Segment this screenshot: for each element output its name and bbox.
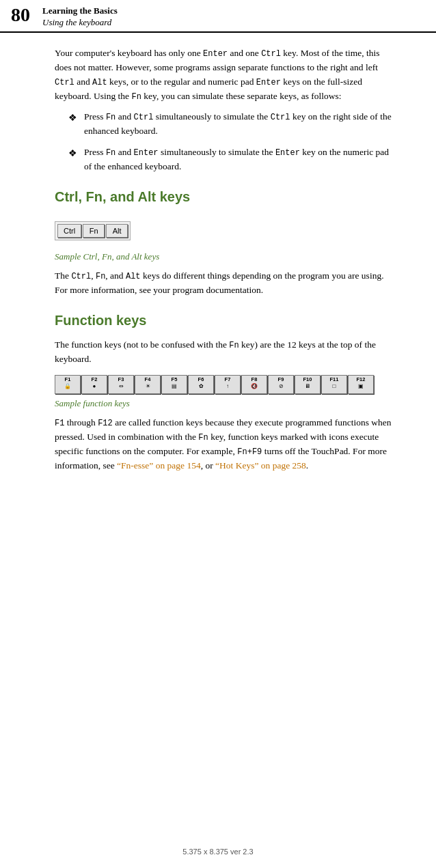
function-keys-caption: Sample function keys [55,398,395,409]
header-text: Learning the Basics Using the keyboard [42,5,118,29]
function-keys-intro: The function keys (not to be confused wi… [55,338,395,367]
page-footer: 5.375 x 8.375 ver 2.3 [0,848,436,856]
fkey-f9-label: F9 [278,377,284,382]
body-between: , or [201,460,215,471]
key-alt-inline: Alt [92,78,107,87]
ctrl-key-box: Ctrl [57,224,81,238]
fkey-f11: F11 □ [321,375,347,394]
ctrl-fn-alt-keys: Ctrl Fn Alt [55,221,131,240]
ctrl-key-1: Ctrl [134,113,154,122]
f1-text: F1 [55,419,64,428]
hot-keys-link[interactable]: “Hot Keys” on page 258 [215,460,306,471]
bullet-text-2: Press Fn and Enter simultaneously to sim… [84,145,395,174]
fkey-f9-icon: ⊘ [279,383,284,389]
fkey-f8-label: F8 [251,377,258,382]
body-after: . [306,460,308,471]
bullet-diamond-1: ❖ [68,111,77,126]
fkey-f10-icon: 🖥 [305,383,310,389]
fkey-f12: F12 ▣ [348,375,374,394]
fkey-f1: F1 🔒 [55,375,81,394]
fkey-f3-icon: ⇔ [119,383,124,389]
key-ctrl-inline2: Ctrl [55,78,74,87]
enter-key-1: Enter [134,148,159,158]
footer-text: 5.375 x 8.375 ver 2.3 [182,848,253,856]
ctrl-fn-alt-body: The Ctrl, Fn, and Alt keys do different … [55,269,395,298]
bullet-diamond-2: ❖ [68,146,77,161]
fn-text: Fn [96,272,105,281]
f12-text: F12 [98,419,113,428]
ctrl-key-2: Ctrl [271,113,290,122]
fkey-f4-label: F4 [145,377,151,382]
fkey-f5-label: F5 [172,377,178,382]
fkey-f2-icon: ● [93,383,96,389]
fn-key-1: Fn [106,113,115,122]
ctrl-text: Ctrl [71,272,91,281]
key-enter-inline2: Enter [256,78,281,87]
list-item: ❖ Press Fn and Ctrl simultaneously to si… [68,110,395,139]
key-ctrl-inline: Ctrl [261,49,281,59]
fkey-f6: F6 ✿ [188,375,214,394]
page-header: 80 Learning the Basics Using the keyboar… [0,0,436,33]
fkey-f7: F7 ↑ [215,375,241,394]
ctrl-fn-alt-graphic: Ctrl Fn Alt [55,214,395,247]
fkey-f1-label: F1 [65,377,71,382]
header-chapter: Learning the Basics [42,5,118,17]
key-fn-inline: Fn [131,92,141,102]
fkey-f9: F9 ⊘ [268,375,294,394]
fkey-f7-label: F7 [225,377,231,382]
fn-text-2: Fn [229,341,239,350]
fkey-f3: F3 ⇔ [108,375,134,394]
fkey-f6-icon: ✿ [199,383,204,389]
fkey-f3-label: F3 [118,377,124,382]
function-keys-heading: Function keys [55,313,395,328]
fkey-f8-icon: 🔇 [251,383,258,389]
fkey-f8: F8 🔇 [241,375,267,394]
fkey-f4-icon: ☀ [146,383,150,389]
alt-key-box: Alt [106,224,128,238]
fkey-f7-icon: ↑ [226,383,229,389]
fn-esse-link[interactable]: “Fn-esse” on page 154 [117,460,201,471]
page-container: 80 Learning the Basics Using the keyboar… [0,0,436,868]
fn-text-3: Fn [198,433,208,443]
enter-key-2: Enter [275,148,300,158]
ctrl-fn-alt-caption: Sample Ctrl, Fn, and Alt keys [55,251,395,262]
function-keys-body: F1 through F12 are called function keys … [55,416,395,473]
function-keys-graphic: F1 🔒 F2 ● F3 ⇔ F4 ☀ F5 ▤ F6 ✿ [55,375,395,394]
ctrl-fn-alt-heading: Ctrl, Fn, and Alt keys [55,189,395,205]
fn-key-2: Fn [106,148,115,158]
list-item: ❖ Press Fn and Enter simultaneously to s… [68,145,395,174]
fkey-f2-label: F2 [92,377,98,382]
bullet-text-1: Press Fn and Ctrl simultaneously to simu… [84,110,395,139]
fn-key-box: Fn [83,224,105,238]
fkey-f5: F5 ▤ [161,375,187,394]
fkey-f11-label: F11 [330,377,339,382]
fn-f9-text: Fn+F9 [237,447,262,457]
bullet-list: ❖ Press Fn and Ctrl simultaneously to si… [68,110,395,174]
page-number: 80 [11,5,30,25]
fkey-f10-label: F10 [303,377,312,382]
fkey-f12-label: F12 [357,377,366,382]
fkey-f11-icon: □ [333,383,336,389]
intro-paragraph: Your computer's keyboard has only one En… [55,46,395,104]
fkey-f4: F4 ☀ [135,375,161,394]
fkey-f1-icon: 🔒 [64,383,71,389]
fkey-f12-icon: ▣ [358,383,364,389]
fkey-f6-label: F6 [198,377,204,382]
header-section: Using the keyboard [42,17,118,29]
alt-text: Alt [126,272,141,281]
content-area: Your computer's keyboard has only one En… [0,33,436,494]
fkey-f10: F10 🖥 [295,375,321,394]
key-enter-inline: Enter [203,49,228,59]
fkey-f2: F2 ● [81,375,107,394]
fkey-f5-icon: ▤ [172,383,177,389]
